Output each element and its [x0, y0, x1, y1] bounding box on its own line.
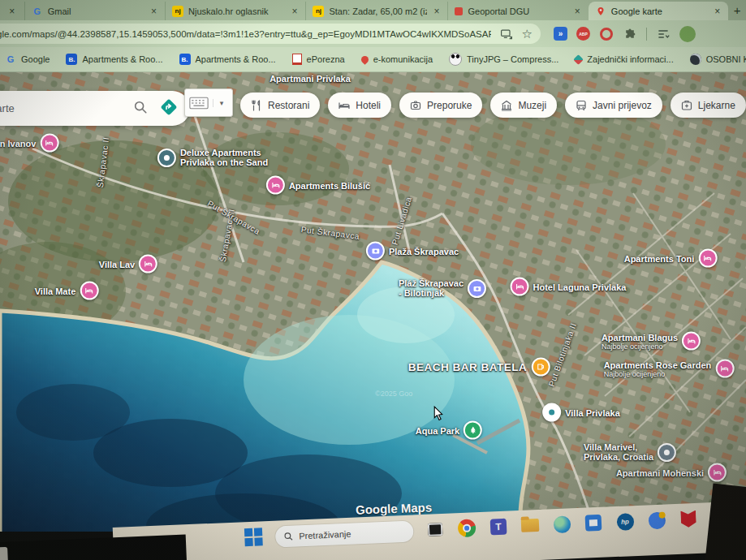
tab-google-karte[interactable]: Google karte× — [589, 2, 728, 20]
bookmark-apartments-roo[interactable]: B.Apartments & Roo... — [179, 54, 276, 65]
map-label-apartmani-mohenski[interactable]: Apartmani Mohenski — [616, 463, 727, 482]
street-label-put-livadica: Put Livadica — [390, 196, 414, 246]
chip-ljekarne[interactable]: Ljekarne — [671, 93, 746, 118]
lodging-pin-icon[interactable] — [40, 134, 58, 153]
lodging-pin-icon[interactable] — [715, 360, 734, 378]
browser-profile-icon[interactable] — [645, 509, 667, 531]
address-bar[interactable]: gle.com/maps/@44.2398587,15.1459053,500m… — [0, 24, 541, 44]
red-o-extension-icon[interactable] — [599, 27, 614, 41]
bookmark-google[interactable]: GGoogle — [5, 54, 50, 65]
map-label-apartmani-blagus[interactable]: Apartmani BlagusNajbolje ocijenjeno — [602, 332, 701, 351]
label-line: Villa Mate — [35, 286, 76, 295]
extension-blue-icon[interactable]: » — [554, 27, 567, 41]
label-line: Apartments Toni — [624, 253, 695, 263]
maps-search-box[interactable]: e karte — [0, 91, 190, 126]
bookmark-zajedni-ki-informaci[interactable]: Zajednički informaci... — [575, 54, 673, 64]
map-label-text: Villa Privlaka — [565, 407, 620, 417]
tab-gmail[interactable]: GGmail× — [24, 2, 165, 20]
tab-geoportal-dgu[interactable]: Geoportal DGU× — [447, 2, 588, 20]
tab-close-icon[interactable]: × — [0, 6, 24, 20]
directions-icon[interactable] — [159, 97, 179, 120]
chip-javni-prijevoz[interactable]: Javni prijevoz — [565, 93, 662, 118]
task-view-icon[interactable] — [425, 519, 446, 541]
tab-stan-zadar-65-00-m2-izn[interactable]: njStan: Zadar, 65,00 m2 (izn× — [305, 2, 447, 20]
lodging-pin-icon[interactable] — [266, 176, 285, 195]
label-line: - Bilotinjak — [399, 288, 464, 298]
map-label-apartments-rose-garden[interactable]: Apartments Rose GardenNajbolje ocijenjen… — [604, 360, 735, 378]
map-label-apartments-toni[interactable]: Apartments Toni — [624, 249, 718, 268]
lodging-pin-icon[interactable] — [698, 249, 717, 268]
search-pill-icon[interactable]: Pretraživanje — [274, 519, 415, 548]
chip-preporuke[interactable]: Preporuke — [399, 93, 482, 118]
bookmark-tinyjpg-compress[interactable]: TinyJPG – Compress... — [449, 53, 558, 66]
map-label-text: Apartments Rose GardenNajbolje ocijenjen… — [604, 360, 712, 377]
map-label-pl-krapavac[interactable]: Pláž Škrapavac- Bilotinjak — [399, 278, 486, 298]
bookmark-apartments-roo[interactable]: B.Apartments & Roo... — [66, 54, 162, 65]
tab-close-icon[interactable]: × — [149, 6, 158, 17]
file-explorer-icon[interactable] — [520, 515, 541, 536]
map-label-aqua-park[interactable]: Aqua Park — [416, 421, 482, 440]
map-label-text: Aqua Park — [416, 425, 459, 435]
lodging-pin-icon[interactable] — [511, 278, 529, 296]
lodging-pin-icon[interactable] — [682, 332, 701, 351]
map-label-apartments-bilu-i[interactable]: Apartments Bilušić — [266, 176, 370, 195]
bookmark-star-icon[interactable]: ☆ — [522, 27, 533, 41]
photo-pin-icon[interactable] — [366, 242, 385, 261]
url-text[interactable]: gle.com/maps/@44.2398587,15.1459053,500m… — [0, 29, 491, 39]
onscreen-keyboard-widget[interactable]: ▾ — [184, 88, 233, 117]
google-g-icon: G — [32, 6, 43, 17]
maps-search-value[interactable]: e karte — [0, 102, 122, 114]
edge-icon[interactable] — [550, 513, 572, 535]
photo-pin-icon[interactable] — [468, 279, 486, 298]
chip-hoteli[interactable]: Hoteli — [328, 93, 391, 118]
bookmark-osobni-korisni-k[interactable]: OSOBNI KORISNIČK... — [690, 54, 746, 65]
map-label-apartmani-privlaka[interactable]: Apartmani Privlaka — [270, 74, 351, 84]
hp-icon[interactable]: hp — [614, 510, 636, 532]
map-label-pla-a-krapavac[interactable]: Plaža Škrapavac — [366, 242, 459, 261]
tab-close-icon[interactable]: × — [573, 6, 582, 17]
map-label-villa-marivel[interactable]: Villa Marivel,Privlaka, Croatia — [584, 442, 676, 462]
tab-close-icon[interactable]: × — [713, 6, 722, 17]
microsoft-store-icon[interactable] — [582, 512, 604, 534]
teams-icon[interactable]: T — [488, 516, 510, 538]
keyboard-dropdown-icon[interactable]: ▾ — [213, 99, 230, 107]
keyboard-icon[interactable] — [185, 97, 213, 110]
tab-close-icon[interactable]: × — [290, 6, 299, 17]
chip-muzeji[interactable]: Muzeji — [490, 93, 557, 118]
profile-avatar[interactable] — [679, 26, 696, 42]
extensions-puzzle-icon[interactable] — [623, 27, 637, 41]
tab-njuskalo-hr-oglasnik[interactable]: njNjuskalo.hr oglasnik× — [165, 2, 305, 20]
map-label-n-ivanov[interactable]: n Ivanov — [0, 134, 58, 153]
map-label-villa-mate[interactable]: Villa Mate — [35, 282, 99, 300]
label-subtitle: Najbolje ocijenjeno — [602, 342, 678, 350]
map-canvas[interactable]: n IvanovDeluxe ApartmentsPrivlaka on the… — [0, 71, 746, 537]
bookmark-eporezna[interactable]: ePorezna — [292, 54, 345, 65]
park-pin-icon[interactable] — [464, 421, 482, 440]
chrome-icon[interactable] — [456, 517, 478, 539]
map-label-villa-privlaka[interactable]: Villa Privlaka — [542, 403, 620, 422]
tab-close-icon[interactable]: × — [432, 6, 441, 17]
map-label-hotel-laguna-privlaka[interactable]: Hotel Laguna Privlaka — [511, 278, 627, 296]
map-label-deluxe-apartments[interactable]: Deluxe ApartmentsPrivlaka on the Sand — [157, 148, 268, 167]
map-label-villa-lav[interactable]: Villa Lav — [99, 255, 157, 274]
send-to-device-icon[interactable] — [499, 27, 514, 41]
bookmark-e-komunikacija[interactable]: e-komunikacija — [361, 54, 433, 64]
new-tab-button[interactable]: + — [728, 3, 746, 20]
search-icon[interactable] — [133, 100, 148, 118]
bar-pin-icon[interactable] — [531, 358, 550, 377]
mcafee-icon[interactable] — [677, 508, 699, 530]
lodging-pin-icon[interactable] — [139, 255, 157, 274]
poi-pin-icon[interactable] — [157, 149, 176, 167]
chip-restorani[interactable]: Restorani — [240, 93, 320, 118]
map-copyright-watermark: ©2025 Goo — [375, 390, 412, 398]
reading-list-icon[interactable] — [656, 27, 671, 41]
lodging-pin-icon[interactable] — [708, 463, 727, 482]
map-label-beach-bar-batela[interactable]: BEACH BAR BATELA — [408, 358, 550, 377]
villa-pin-icon[interactable] — [542, 403, 561, 422]
windows-start-icon[interactable] — [243, 526, 265, 548]
gray-pin-icon[interactable] — [658, 443, 676, 462]
lodging-pin-icon[interactable] — [80, 282, 98, 300]
map-label-text: Villa Lav — [99, 259, 135, 269]
njuskalo-icon: nj — [172, 6, 183, 17]
adblock-plus-icon[interactable]: ABP — [576, 27, 590, 41]
